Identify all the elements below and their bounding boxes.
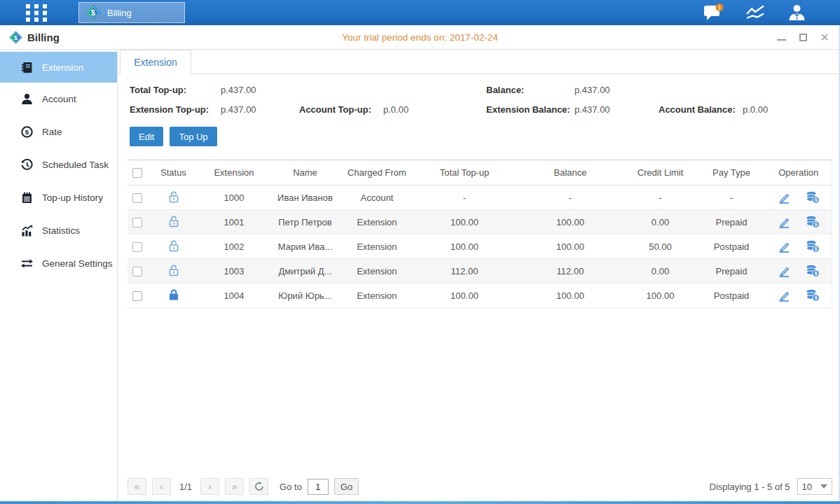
cell-pay-type: - <box>697 186 766 210</box>
select-all-checkbox[interactable] <box>132 168 142 178</box>
cell-extension: 1004 <box>200 284 268 308</box>
sidebar-item-statistics[interactable]: Statistics <box>0 214 117 247</box>
taskbar-tab-billing[interactable]: $ Billing <box>78 2 185 23</box>
taskbar: $ Billing ! <box>0 0 840 25</box>
row-checkbox[interactable] <box>132 193 142 203</box>
window-bottom-edge <box>0 501 840 504</box>
edit-pencil-icon[interactable] <box>778 240 790 253</box>
history-clock-icon <box>20 159 33 171</box>
table-row: 1003 Дмитрий Д... Extension 112.00 112.0… <box>128 259 832 284</box>
resource-monitor-chart-icon[interactable] <box>745 4 766 21</box>
cell-total-topup: 112.00 <box>412 259 517 284</box>
top-up-coins-icon[interactable]: $ <box>806 265 820 277</box>
row-checkbox[interactable] <box>132 218 142 227</box>
table-header-row: Status Extension Name Charged From Total… <box>128 160 832 186</box>
row-checkbox[interactable] <box>132 242 142 252</box>
sidebar-item-account[interactable]: Account <box>0 83 117 115</box>
lock-status-icon[interactable] <box>168 239 179 252</box>
cell-charged-from: Extension <box>342 210 412 234</box>
edit-pencil-icon[interactable] <box>778 289 790 302</box>
total-topup-label: Total Top-up: <box>130 85 221 95</box>
sidebar-item-extension[interactable]: Extension <box>0 52 117 83</box>
top-up-coins-icon[interactable]: $ <box>806 289 820 302</box>
sidebar-item-topup-history[interactable]: Top-up History <box>0 181 117 214</box>
svg-text:$: $ <box>814 271 817 276</box>
col-total-topup: Total Top-up <box>412 160 517 186</box>
page-size-select[interactable]: 10 <box>797 478 832 495</box>
lock-status-icon[interactable] <box>168 215 179 227</box>
svg-text:!: ! <box>719 4 721 11</box>
minimize-icon[interactable] <box>777 31 786 43</box>
cell-extension: 1003 <box>200 259 268 284</box>
account-balance-label: Account Balance: <box>659 104 743 115</box>
top-up-button[interactable]: Top Up <box>170 127 216 146</box>
col-pay-type: Pay Type <box>697 160 766 186</box>
cell-pay-type: Postpaid <box>697 234 766 259</box>
tab-extension[interactable]: Extension <box>120 50 191 74</box>
trial-notice: Your trial period ends on: 2017-02-24 <box>342 32 497 43</box>
lock-status-icon[interactable] <box>168 264 179 276</box>
lock-status-icon[interactable] <box>168 190 179 203</box>
cell-credit-limit: 0.00 <box>624 210 697 234</box>
sidebar-item-scheduled-task[interactable]: Scheduled Task <box>0 148 117 181</box>
cell-name: Дмитрий Д... <box>268 259 342 284</box>
sidebar-item-rate[interactable]: $ Rate <box>0 115 117 148</box>
displaying-text: Displaying 1 - 5 of 5 <box>710 482 790 492</box>
user-account-icon[interactable] <box>787 4 806 22</box>
total-topup-value: p.437.00 <box>221 85 299 95</box>
app-launcher-grid-icon[interactable] <box>24 4 49 22</box>
cell-name: Юрий Юрь... <box>268 284 342 308</box>
go-button[interactable]: Go <box>334 478 359 495</box>
notifications-chat-icon[interactable]: ! <box>703 4 724 22</box>
top-up-coins-icon[interactable]: $ <box>806 216 820 228</box>
edit-button[interactable]: Edit <box>130 127 163 146</box>
pagination-last-button[interactable]: » <box>225 478 244 495</box>
cell-balance: 112.00 <box>517 259 624 284</box>
col-extension: Extension <box>200 160 268 186</box>
cell-total-topup: - <box>412 186 517 210</box>
pagination-first-button[interactable]: « <box>128 478 146 495</box>
cell-credit-limit: 0.00 <box>624 259 697 284</box>
close-icon[interactable]: × <box>820 31 829 43</box>
top-up-coins-icon[interactable]: $ <box>806 191 820 204</box>
svg-text:$: $ <box>814 295 817 301</box>
cell-charged-from: Extension <box>342 259 412 284</box>
top-up-coins-icon[interactable]: $ <box>806 240 820 253</box>
row-checkbox[interactable] <box>132 267 142 276</box>
cell-balance: 100.00 <box>517 284 624 308</box>
goto-page-input[interactable] <box>308 479 329 495</box>
pagination-bar: « ‹ 1/1 › » Go to Go Displaying 1 - 5 of… <box>128 478 832 495</box>
refresh-button[interactable] <box>249 478 268 495</box>
cell-charged-from: Extension <box>342 234 412 259</box>
pagination-next-button[interactable]: › <box>200 478 219 495</box>
edit-pencil-icon[interactable] <box>778 216 790 228</box>
billing-diamond-icon: $ <box>85 5 101 20</box>
cell-charged-from: Extension <box>342 284 412 308</box>
row-checkbox[interactable] <box>132 291 142 301</box>
sidebar-item-label: Extension <box>42 62 83 73</box>
cell-name: Петр Петров <box>268 210 342 234</box>
extension-balance-label: Extension Balance: <box>486 104 574 115</box>
extensions-table: Status Extension Name Charged From Total… <box>128 160 832 308</box>
maximize-icon[interactable] <box>799 31 807 43</box>
cell-balance: 100.00 <box>517 210 624 234</box>
edit-pencil-icon[interactable] <box>778 191 790 204</box>
cell-credit-limit: - <box>624 186 697 210</box>
lock-status-icon[interactable] <box>168 288 179 301</box>
pagination-prev-button[interactable]: ‹ <box>152 478 171 495</box>
ledger-icon <box>20 62 33 74</box>
cell-pay-type: Postpaid <box>697 284 766 308</box>
sidebar-item-label: Top-up History <box>42 192 103 203</box>
col-operation: Operation <box>766 160 832 186</box>
sidebar-item-general-settings[interactable]: General Settings <box>0 247 117 280</box>
balance-value: p.437.00 <box>574 85 659 95</box>
col-charged-from: Charged From <box>342 160 412 186</box>
edit-pencil-icon[interactable] <box>778 265 790 277</box>
account-balance-value: p.0.00 <box>743 104 832 115</box>
table-row: 1000 Иван Иванов Account - - - - $ <box>128 186 832 210</box>
exchange-arrows-icon <box>20 258 33 270</box>
cell-extension: 1001 <box>200 210 268 234</box>
goto-label: Go to <box>280 482 302 492</box>
sidebar-item-label: Account <box>42 94 76 104</box>
window-title: Billing <box>27 31 60 43</box>
